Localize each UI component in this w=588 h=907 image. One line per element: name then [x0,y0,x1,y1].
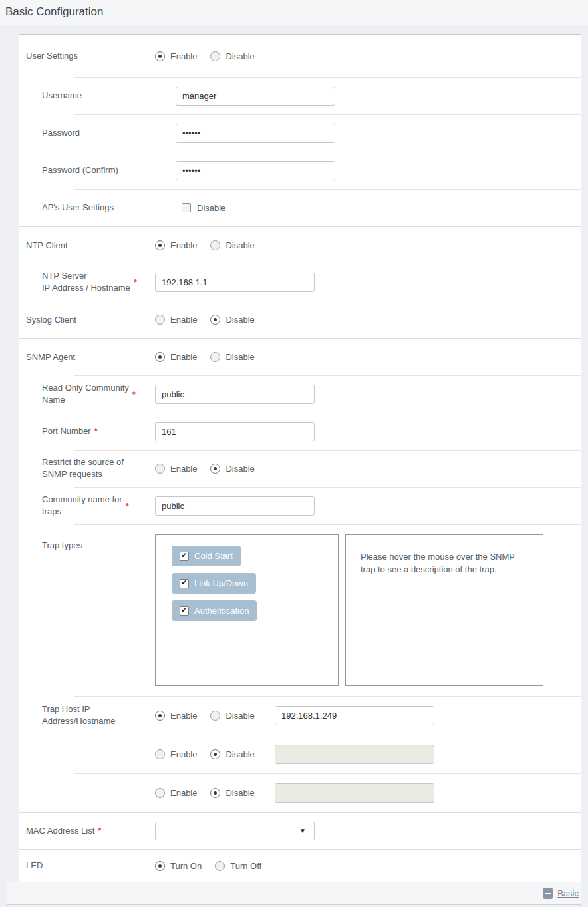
mac-address-list-select[interactable]: ▼ [155,822,315,840]
ap-user-settings-label: AP's User Settings [42,202,155,214]
ap-user-settings-disable-checkbox[interactable]: Disable [182,203,225,213]
radio-icon[interactable] [155,51,165,61]
snmp-agent-label: SNMP Agent [26,351,155,363]
trap-community-input[interactable] [155,496,315,516]
row-port-number: Port Number * [19,413,581,450]
trap-host-1-enable-radio[interactable]: Enable [155,711,197,721]
row-led: LED Turn On Turn Off [19,849,581,882]
radio-icon[interactable] [210,352,220,362]
mac-address-list-label: MAC Address List * [26,825,155,837]
radio-icon[interactable] [210,51,220,61]
trap-host-1-input[interactable] [275,706,434,725]
row-ntp-client: NTP Client Enable Disable [19,226,581,264]
trap-types-label: Trap types [42,534,155,552]
radio-icon[interactable] [155,464,165,474]
password-confirm-label: Password (Confirm) [42,164,155,176]
user-settings-label: User Settings [26,50,155,62]
port-number-input[interactable] [155,422,315,441]
enable-label: Enable [170,352,197,362]
enable-label: Enable [170,315,197,325]
enable-label: Enable [170,51,197,61]
read-only-community-input[interactable] [155,385,315,404]
radio-icon[interactable] [155,861,165,871]
restrict-disable-radio[interactable]: Disable [210,464,254,474]
radio-icon[interactable] [155,315,165,325]
ntp-server-input[interactable] [155,273,315,292]
enable-label: Enable [170,749,197,759]
username-label: Username [42,90,155,102]
trap-host-2-disable-radio[interactable]: Disable [210,749,254,759]
checkbox-icon[interactable] [180,606,189,616]
required-asterisk: * [134,277,137,287]
turn-on-label: Turn On [170,861,202,871]
radio-icon[interactable] [210,240,220,250]
trap-host-3-input [275,783,434,803]
enable-label: Enable [170,464,197,474]
trap-host-1-disable-radio[interactable]: Disable [210,711,254,721]
syslog-enable-radio[interactable]: Enable [155,315,197,325]
snmp-enable-radio[interactable]: Enable [155,352,197,362]
restrict-enable-radio[interactable]: Enable [155,464,197,474]
led-turn-off-radio[interactable]: Turn Off [215,861,261,871]
trap-type-cold-start[interactable]: Cold Start [172,546,241,566]
row-trap-host-3: Enable Disable [19,773,581,812]
collapse-minus-icon[interactable] [543,888,553,899]
row-password: Password [19,114,581,152]
radio-icon[interactable] [155,240,165,250]
trap-host-3-enable-radio[interactable]: Enable [155,788,197,798]
led-turn-on-radio[interactable]: Turn On [155,861,202,871]
radio-icon[interactable] [210,315,220,325]
syslog-disable-radio[interactable]: Disable [210,315,254,325]
required-asterisk: * [126,501,129,511]
radio-icon[interactable] [210,711,220,721]
trap-type-link-up-down[interactable]: Link Up/Down [172,573,256,594]
read-only-community-label: Read Only Community Name * [42,382,155,405]
radio-icon[interactable] [210,749,220,759]
enable-label: Enable [170,711,197,721]
disable-label: Disable [225,749,254,759]
required-asterisk: * [98,826,101,836]
trap-host-2-enable-radio[interactable]: Enable [155,749,197,759]
snmp-disable-radio[interactable]: Disable [210,352,254,362]
radio-icon[interactable] [155,352,165,362]
basic-section-link[interactable]: Basic [557,888,579,898]
row-trap-host-1: Trap Host IP Address/Hostname Enable Dis… [19,696,581,735]
row-restrict-snmp: Restrict the source of SNMP requests Ena… [19,450,581,487]
user-settings-disable-radio[interactable]: Disable [210,51,254,61]
radio-icon[interactable] [155,749,165,759]
ntp-client-enable-radio[interactable]: Enable [155,240,197,250]
row-read-only-community: Read Only Community Name * [19,375,581,413]
disable-label: Disable [225,352,254,362]
trap-description-box: Please hover the mouse over the SNMP tra… [345,534,543,686]
radio-icon[interactable] [155,711,165,721]
radio-icon[interactable] [210,788,220,798]
row-mac-address-list: MAC Address List * ▼ [19,812,581,849]
trap-type-label: Cold Start [194,551,233,561]
row-ntp-server: NTP Server IP Address / Hostname * [19,264,581,301]
radio-icon[interactable] [155,788,165,798]
checkbox-icon[interactable] [182,203,191,212]
checkbox-icon[interactable] [180,579,189,588]
trap-types-box: Cold Start Link Up/Down Authentication [155,534,339,686]
turn-off-label: Turn Off [230,861,261,871]
password-label: Password [42,127,155,139]
row-snmp-agent: SNMP Agent Enable Disable [19,338,581,375]
basic-configuration-panel: User Settings Enable Disable Username Pa… [19,34,581,882]
password-confirm-input[interactable] [176,161,335,180]
row-user-settings: User Settings Enable Disable [19,35,581,77]
checkbox-icon[interactable] [180,552,189,561]
radio-icon[interactable] [210,464,220,474]
trap-host-2-input [275,745,434,764]
enable-label: Enable [170,240,197,250]
page-title: Basic Configuration [5,5,583,19]
password-input[interactable] [176,124,335,143]
radio-icon[interactable] [215,861,225,871]
trap-type-authentication[interactable]: Authentication [172,600,257,621]
username-input[interactable] [176,87,335,106]
trap-host-3-disable-radio[interactable]: Disable [210,788,254,798]
syslog-client-label: Syslog Client [26,314,155,326]
ap-disable-label: Disable [197,203,225,213]
user-settings-enable-radio[interactable]: Enable [155,51,197,61]
ntp-client-disable-radio[interactable]: Disable [210,240,254,250]
row-trap-host-2: Enable Disable [19,735,581,773]
